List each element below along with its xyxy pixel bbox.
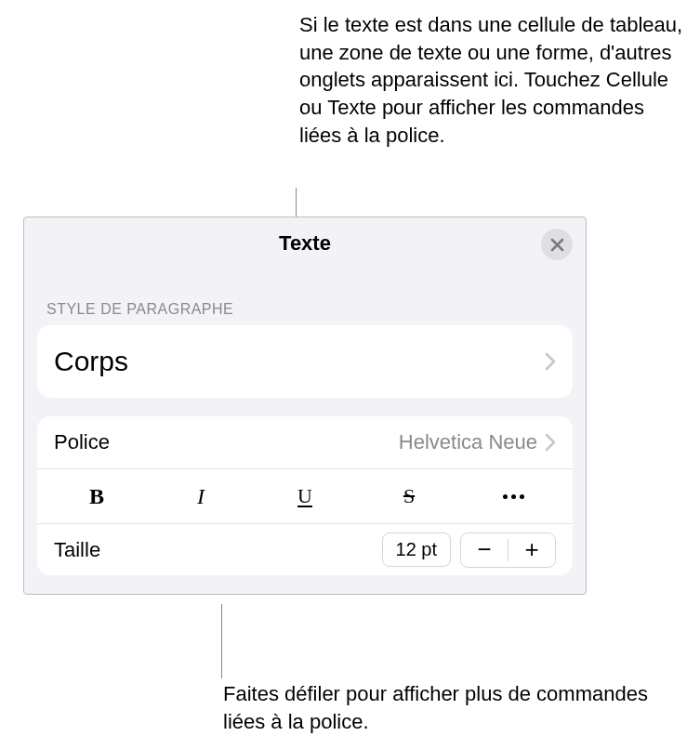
size-row: Taille 12 pt − + bbox=[37, 523, 573, 575]
callout-leader-line-bottom bbox=[221, 604, 222, 678]
callout-bottom: Faites défiler pour afficher plus de com… bbox=[223, 680, 660, 735]
panel-header: Texte bbox=[24, 217, 586, 269]
text-format-panel: Texte STYLE DE PARAGRAPHE Corps Police H… bbox=[23, 217, 587, 595]
size-decrease-button[interactable]: − bbox=[461, 533, 508, 567]
size-increase-button[interactable]: + bbox=[508, 533, 555, 567]
bold-button[interactable]: B bbox=[45, 479, 149, 514]
size-stepper: − + bbox=[460, 532, 556, 568]
font-card: Police Helvetica Neue B I U S Taille 12 … bbox=[37, 416, 573, 575]
italic-icon: I bbox=[197, 484, 205, 509]
format-buttons-row: B I U S bbox=[37, 468, 573, 523]
strikethrough-icon: S bbox=[403, 484, 415, 508]
close-icon bbox=[550, 238, 564, 252]
chevron-right-icon bbox=[545, 433, 556, 452]
close-button[interactable] bbox=[541, 229, 573, 260]
strikethrough-button[interactable]: S bbox=[357, 479, 461, 514]
plus-icon: + bbox=[524, 535, 538, 564]
paragraph-style-value: Corps bbox=[54, 346, 128, 377]
underline-button[interactable]: U bbox=[253, 479, 357, 514]
font-row[interactable]: Police Helvetica Neue bbox=[37, 416, 573, 468]
paragraph-style-section-label: STYLE DE PARAGRAPHE bbox=[46, 301, 563, 318]
font-label: Police bbox=[54, 430, 110, 454]
underline-icon: U bbox=[297, 484, 312, 508]
panel-title: Texte bbox=[279, 231, 331, 256]
more-formatting-button[interactable] bbox=[461, 479, 565, 514]
size-label: Taille bbox=[54, 538, 100, 562]
paragraph-style-row[interactable]: Corps bbox=[37, 325, 573, 398]
font-value: Helvetica Neue bbox=[399, 430, 537, 454]
minus-icon: − bbox=[477, 535, 491, 564]
ellipsis-icon bbox=[503, 494, 524, 499]
callout-top: Si le texte est dans une cellule de tabl… bbox=[299, 11, 690, 149]
italic-button[interactable]: I bbox=[149, 479, 253, 514]
size-value[interactable]: 12 pt bbox=[382, 532, 451, 567]
paragraph-style-card: Corps bbox=[37, 325, 573, 398]
chevron-right-icon bbox=[545, 352, 556, 371]
bold-icon: B bbox=[89, 484, 104, 509]
